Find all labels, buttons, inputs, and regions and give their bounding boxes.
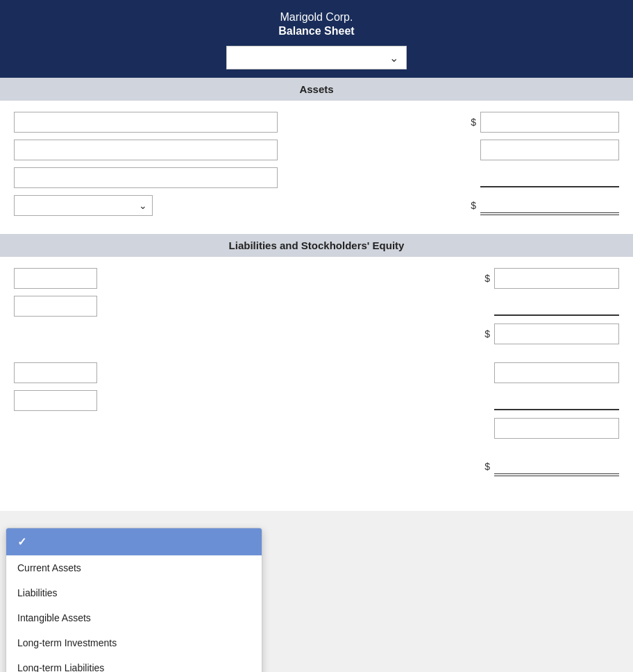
- assets-row-2-left: [14, 140, 292, 160]
- dropdown-menu: ✓ Current Assets Liabilities Intangible …: [6, 528, 262, 672]
- liabilities-content: $ $: [0, 257, 633, 511]
- liab-row-5-left: [14, 390, 292, 411]
- liab-row-3-right: $: [292, 324, 619, 344]
- liab-row-6-right: [292, 418, 619, 439]
- dropdown-item-intangible-assets[interactable]: Intangible Assets: [6, 605, 262, 630]
- liab-row-5-label-input[interactable]: [14, 390, 97, 411]
- assets-row-4-dropdown-wrapper[interactable]: Current Assets Liabilities Intangible As…: [14, 195, 153, 216]
- assets-row-1: $: [14, 112, 619, 133]
- assets-row-1-right: $: [292, 112, 619, 133]
- liabilities-section-header: Liabilities and Stockholders' Equity: [0, 234, 633, 257]
- assets-row-2-right: [292, 140, 619, 160]
- liab-row-6-value-input[interactable]: [494, 418, 619, 439]
- assets-row-4: Current Assets Liabilities Intangible As…: [14, 195, 619, 216]
- dollar-sign-liab-1: $: [484, 273, 490, 284]
- assets-row-4-dropdown[interactable]: Current Assets Liabilities Intangible As…: [14, 195, 153, 216]
- assets-row-2-value-input[interactable]: [480, 140, 619, 160]
- dropdown-item-long-term-liabilities[interactable]: Long-term Liabilities: [6, 655, 262, 672]
- page-header: Marigold Corp. Balance Sheet ⌄: [0, 0, 633, 78]
- assets-row-1-left: [14, 112, 292, 133]
- assets-row-3-value-input[interactable]: [480, 168, 619, 187]
- header-dropdown-wrapper[interactable]: ⌄: [226, 46, 407, 69]
- liab-row-5-right: [292, 391, 619, 410]
- assets-content: $ Current Assets Liabilities: [0, 101, 633, 234]
- assets-row-1-value-input[interactable]: [480, 112, 619, 133]
- dropdown-item-blank[interactable]: ✓: [6, 528, 262, 555]
- liab-row-7-right: $: [292, 457, 619, 476]
- liab-row-3-value-input[interactable]: [494, 324, 619, 344]
- liab-row-2-label-input[interactable]: [14, 296, 97, 317]
- assets-row-4-left: Current Assets Liabilities Intangible As…: [14, 195, 292, 216]
- liab-row-7-value-input[interactable]: [494, 457, 619, 476]
- liab-row-1-right: $: [292, 268, 619, 289]
- assets-row-3: [14, 167, 619, 188]
- liab-row-4: [14, 362, 619, 383]
- dropdown-item-long-term-investments[interactable]: Long-term Investments: [6, 630, 262, 655]
- page-title: Balance Sheet: [0, 25, 633, 37]
- assets-row-4-value-input[interactable]: [480, 196, 619, 215]
- dollar-sign-liab-3: $: [484, 328, 490, 339]
- assets-row-1-label-input[interactable]: [14, 112, 278, 133]
- liab-row-5-value-input[interactable]: [494, 391, 619, 410]
- liab-row-1: $: [14, 268, 619, 289]
- assets-section-header: Assets: [0, 78, 633, 101]
- liab-row-4-value-input[interactable]: [494, 362, 619, 383]
- liab-row-2: [14, 296, 619, 317]
- liab-row-7: $: [14, 457, 619, 476]
- liab-row-4-right: [292, 362, 619, 383]
- assets-row-2: [14, 140, 619, 160]
- liab-row-4-label-input[interactable]: [14, 362, 97, 383]
- dollar-sign-4: $: [471, 200, 476, 211]
- assets-row-2-label-input[interactable]: [14, 140, 278, 160]
- dropdown-item-current-assets[interactable]: Current Assets: [6, 555, 262, 580]
- liab-row-4-left: [14, 362, 292, 383]
- liab-row-1-value-input[interactable]: [494, 268, 619, 289]
- liab-row-3: $: [14, 324, 619, 344]
- liab-row-1-label-input[interactable]: [14, 268, 97, 289]
- dollar-sign-liab-7: $: [484, 461, 490, 472]
- dollar-sign-1: $: [471, 117, 476, 128]
- liab-row-2-left: [14, 296, 292, 317]
- liab-row-1-left: [14, 268, 292, 289]
- assets-row-4-right: $: [292, 196, 619, 215]
- assets-row-3-left: [14, 167, 292, 188]
- header-dropdown[interactable]: [226, 46, 407, 69]
- liab-row-2-value-input[interactable]: [494, 296, 619, 316]
- assets-row-3-right: [292, 168, 619, 187]
- checkmark-icon: ✓: [17, 535, 26, 548]
- dropdown-item-liabilities[interactable]: Liabilities: [6, 580, 262, 605]
- liab-row-5: [14, 390, 619, 411]
- company-name: Marigold Corp.: [0, 11, 633, 24]
- liab-row-2-right: [292, 296, 619, 316]
- liab-row-6: [14, 418, 619, 439]
- assets-row-3-label-input[interactable]: [14, 167, 278, 188]
